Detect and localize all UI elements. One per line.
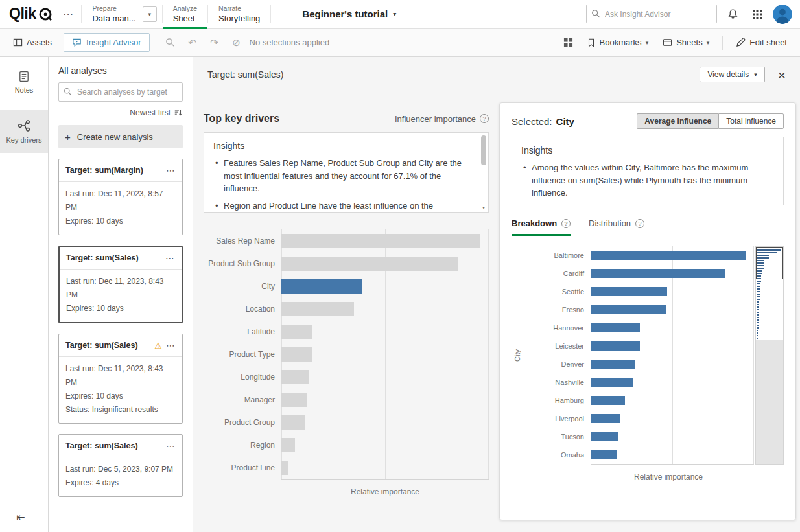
analysis-card-selected[interactable]: Target: sum(Sales) ⋯ Last run: Dec 11, 2… [58, 246, 183, 323]
chart-category-labels: BaltimoreCardiffSeattleFresnoHannoverLei… [523, 246, 591, 465]
qlik-logo[interactable]: Qlik [0, 5, 59, 23]
collapse-panel-icon[interactable]: ⇤ [8, 507, 34, 527]
sheets-button[interactable]: Sheets ▾ [657, 34, 714, 51]
card-line: Expires: 4 days [65, 476, 176, 490]
analyses-search-input[interactable] [58, 82, 183, 102]
average-influence-button[interactable]: Average influence [637, 113, 718, 129]
bookmarks-button[interactable]: Bookmarks ▾ [582, 34, 654, 51]
help-icon[interactable]: ? [561, 219, 571, 228]
help-icon[interactable]: ? [635, 219, 644, 228]
divider [270, 5, 271, 23]
create-new-analysis-button[interactable]: + Create new analysis [58, 125, 183, 148]
bookmarks-label: Bookmarks [600, 38, 642, 47]
more-options-icon[interactable]: ⋯ [166, 340, 176, 351]
more-options-icon[interactable]: ⋯ [166, 441, 176, 451]
layout-grid-icon[interactable] [559, 34, 578, 52]
assets-button[interactable]: Assets [8, 34, 57, 51]
minimap-viewport[interactable] [756, 247, 783, 279]
card-tabs: Breakdown ? Distribution ? [512, 218, 784, 236]
influencer-importance-chart[interactable]: Sales Rep NameProduct Sub GroupCityLocat… [204, 229, 489, 480]
search-input[interactable] [586, 5, 717, 23]
analysis-card[interactable]: Target: sum(Sales) ⚠ ⋯ Last run: Dec 11,… [58, 334, 183, 424]
key-drivers-main: Target: sum(Sales) View details ▾ × Top … [193, 57, 800, 532]
chart-scroll-minimap[interactable] [755, 246, 784, 465]
close-icon[interactable]: × [778, 68, 786, 82]
scrollbar-thumb[interactable] [481, 135, 486, 165]
key-drivers-icon [18, 119, 30, 132]
card-line: Status: Insignificant results [65, 403, 176, 417]
view-details-button[interactable]: View details ▾ [700, 67, 764, 82]
breakdown-chart[interactable]: City BaltimoreCardiffSeattleFresnoHannov… [512, 246, 784, 465]
avatar[interactable] [773, 5, 792, 24]
rail-item-notes[interactable]: Notes [0, 61, 48, 104]
insights-box: Insights Features Sales Rep Name, Produc… [204, 132, 489, 213]
chart-bars[interactable] [281, 229, 489, 479]
y-axis-title: City [512, 246, 523, 465]
rail-item-key-drivers[interactable]: Key drivers [0, 110, 48, 153]
section-title: Top key drivers [204, 113, 279, 124]
tab-distribution[interactable]: Distribution ? [589, 218, 644, 236]
tab-narrate[interactable]: Narrate Storytelling [208, 0, 270, 29]
chart-category-labels: Sales Rep NameProduct Sub GroupCityLocat… [204, 229, 281, 480]
more-options-icon[interactable]: ⋯ [59, 5, 77, 23]
app-grid-icon[interactable] [748, 5, 766, 23]
insight-advisor-button[interactable]: Insight Advisor [64, 33, 150, 52]
card-line: Last run: Dec 11, 2023, 8:43 PM [66, 275, 175, 302]
influence-toggle: Average influence Total influence [637, 113, 784, 129]
qlik-sense-app: Qlik ⋯ Prepare Data man... ▾ Analyze She… [0, 0, 800, 532]
main-header: Target: sum(Sales) View details ▾ × [193, 57, 800, 82]
insights-title: Insights [521, 145, 774, 156]
scrollbar-down-arrow[interactable]: ▾ [480, 205, 487, 211]
sort-control[interactable]: Newest first [58, 108, 183, 117]
analyses-title: All analyses [58, 65, 183, 76]
selected-value: City [556, 116, 574, 127]
assets-panel-icon [13, 38, 23, 47]
topbar-right [586, 5, 800, 24]
card-title: Target: sum(Sales) [65, 441, 162, 450]
insight-bullet: Among the values within City, Baltimore … [521, 161, 774, 200]
insight-advisor-label: Insight Advisor [86, 38, 141, 47]
warning-icon: ⚠ [154, 341, 162, 351]
edit-sheet-label: Edit sheet [749, 38, 787, 47]
more-options-icon[interactable]: ⋯ [165, 253, 175, 263]
clear-selections-icon[interactable]: ⊘ [228, 34, 246, 52]
app-selector[interactable]: Beginner's tutorial ▾ [302, 8, 396, 19]
chevron-down-icon: ▾ [707, 40, 710, 46]
insight-bullet: Features Sales Rep Name, Product Sub Gro… [213, 157, 470, 195]
step-forward-icon[interactable]: ↷ [206, 34, 224, 52]
selection-tools: ↶ ↷ ⊘ [161, 34, 246, 52]
insights-list: Among the values within City, Baltimore … [521, 161, 774, 200]
chart-bars[interactable] [591, 246, 754, 464]
insights-box: Insights Among the values within City, B… [512, 137, 784, 205]
card-title: Target: sum(Margin) [65, 166, 162, 175]
help-icon[interactable]: ? [480, 114, 489, 123]
total-influence-button[interactable]: Total influence [718, 113, 784, 129]
analysis-card[interactable]: Target: sum(Margin) ⋯ Last run: Dec 11, … [58, 159, 183, 235]
top-key-drivers-section: Top key drivers Influencer importance ? … [204, 113, 489, 496]
ask-insight-advisor-search[interactable] [586, 5, 717, 23]
notifications-bell-icon[interactable] [724, 5, 742, 23]
tab-prepare[interactable]: Prepare Data man... [82, 0, 146, 29]
more-options-icon[interactable]: ⋯ [166, 165, 176, 176]
selected-city-card: Selected: City Average influence Total i… [499, 102, 796, 520]
toolbar-right: Bookmarks ▾ Sheets ▾ Edit sheet [559, 34, 792, 52]
analysis-card[interactable]: Target: sum(Sales) ⋯ Last run: Dec 5, 20… [58, 434, 183, 497]
card-line: Last run: Dec 5, 2023, 9:07 PM [65, 463, 176, 476]
tab-analyze[interactable]: Analyze Sheet [163, 0, 207, 29]
tab-breakdown[interactable]: Breakdown ? [512, 218, 571, 236]
edit-sheet-button[interactable]: Edit sheet [731, 34, 792, 51]
tab-label: Storytelling [218, 14, 260, 23]
card-title: Target: sum(Sales) [65, 341, 150, 350]
insights-list: Features Sales Rep Name, Product Sub Gro… [213, 157, 470, 212]
sheets-icon [663, 38, 672, 47]
plus-icon: + [65, 132, 71, 143]
search-icon [64, 87, 72, 96]
analyses-search[interactable] [58, 82, 183, 102]
selections-search-icon[interactable] [161, 34, 180, 52]
nav-tabs: Prepare Data man... ▾ Analyze Sheet Narr… [81, 0, 271, 29]
sheets-label: Sheets [676, 38, 702, 47]
notes-icon [18, 71, 30, 82]
target-title: Target: sum(Sales) [207, 69, 283, 80]
step-back-icon[interactable]: ↶ [183, 34, 202, 52]
divider [722, 36, 723, 50]
